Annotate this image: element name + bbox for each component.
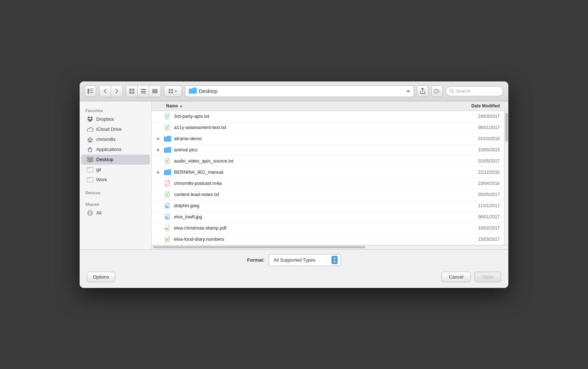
svg-rect-0 [88, 89, 89, 94]
file-date: 08/01/2017 [453, 125, 500, 130]
sidebar-item-work[interactable]: Work [81, 175, 150, 185]
folder-icon [164, 135, 171, 142]
table-row[interactable]: ▶ animal pics 10/05/2015 [152, 145, 504, 156]
svg-text:♪: ♪ [165, 183, 167, 186]
svg-rect-11 [152, 89, 154, 93]
svg-rect-13 [156, 89, 157, 93]
svg-rect-3 [90, 92, 93, 93]
desktop-icon [87, 156, 93, 163]
scrollbar-track[interactable] [504, 111, 508, 245]
share-button[interactable] [417, 85, 428, 97]
list-view-button[interactable] [138, 85, 149, 97]
image-icon [164, 213, 171, 221]
stepper-up-icon: ▲ [333, 257, 336, 260]
sidebar-all-label: All [96, 210, 101, 215]
file-name: elva-christmas-stamp.pdf [174, 225, 226, 231]
cancel-button[interactable]: Cancel [441, 272, 471, 282]
sidebar-desktop-label: Desktop [96, 157, 113, 162]
icon-view-button[interactable] [126, 85, 138, 97]
back-button[interactable] [99, 85, 111, 97]
table-row[interactable]: 3rd-party-apis.txt 24/03/2017 [152, 111, 504, 122]
file-date: 01/03/2016 [453, 136, 500, 141]
expand-arrow[interactable]: ▶ [156, 170, 161, 174]
table-row[interactable]: a11y-assessment-text.txt 08/01/2017 [152, 122, 504, 133]
table-row[interactable]: PDF elva-christmas-stamp.pdf 19/02/2017 [152, 223, 504, 234]
file-name: elva-food-diary.numbers [174, 236, 224, 242]
table-row[interactable]: ▶ aframe-demo 01/03/2016 [152, 133, 504, 145]
table-row[interactable]: audio_video_apis_source.txt 02/05/2017 [152, 156, 504, 167]
file-date: 06/01/2017 [453, 214, 500, 219]
location-stepper[interactable] [406, 89, 410, 93]
svg-point-61 [166, 216, 167, 217]
svg-rect-28 [89, 161, 91, 162]
view-buttons [126, 85, 161, 97]
search-bar[interactable]: Search [446, 86, 503, 96]
txt-icon [164, 113, 171, 120]
svg-rect-7 [132, 92, 134, 94]
location-label: Desktop [199, 88, 217, 94]
svg-rect-69 [165, 240, 167, 241]
file-name: content-lead-notes.txt [174, 192, 219, 197]
sidebar-item-icloud[interactable]: iCloud Drive [81, 124, 150, 134]
expand-arrow[interactable]: ▶ [156, 148, 161, 152]
file-name: animal pics [174, 147, 197, 152]
format-label: Format: [247, 257, 264, 263]
sidebar-item-dropbox[interactable]: Dropbox [81, 114, 150, 124]
svg-rect-27 [88, 158, 93, 160]
horizontal-scrollbar[interactable] [152, 245, 508, 249]
file-name: chrismills-podcast.m4a [174, 181, 222, 186]
file-date: 23/04/2016 [453, 181, 500, 186]
sidebar-chrismills-label: chrismills [96, 137, 115, 142]
folder-work-icon [87, 177, 93, 183]
svg-rect-6 [129, 92, 132, 94]
sidebar-item-all[interactable]: All [81, 208, 150, 218]
format-stepper[interactable]: ▲ ▼ [331, 256, 338, 264]
h-scrollbar-thumb[interactable] [153, 246, 365, 248]
table-row[interactable]: ▶ BERNINA_801_manual 22/12/2016 [152, 167, 504, 178]
table-row[interactable]: dolphin.jpeg 11/01/2017 [152, 200, 504, 212]
sidebar-dropbox-label: Dropbox [96, 116, 114, 122]
dropbox-icon [87, 116, 93, 123]
file-name: a11y-assessment-text.txt [174, 125, 226, 130]
scrollbar-thumb[interactable] [505, 113, 508, 142]
stepper-down-icon: ▼ [333, 260, 336, 263]
options-button[interactable]: Options [87, 272, 115, 282]
expand-arrow[interactable]: ▶ [156, 137, 161, 141]
gallery-view-button[interactable] [164, 85, 182, 97]
tag-button[interactable] [431, 85, 443, 97]
table-row[interactable]: elva_lowfi.jpg 06/01/2017 [152, 212, 504, 223]
table-row[interactable]: content-lead-notes.txt 05/05/2017 [152, 189, 504, 200]
svg-rect-16 [169, 92, 170, 93]
nav-buttons [99, 85, 123, 97]
column-view-button[interactable] [149, 85, 161, 97]
svg-rect-2 [90, 90, 93, 91]
svg-rect-67 [165, 239, 167, 240]
location-bar[interactable]: Desktop [185, 85, 414, 97]
table-row[interactable]: elva-food-diary.numbers 15/03/2017 [152, 234, 504, 245]
sidebar-toggle-button[interactable] [85, 85, 96, 97]
format-select[interactable]: All Supported Types ▲ ▼ [269, 254, 341, 266]
file-name: dolphin.jpeg [174, 203, 199, 208]
folder-icon [164, 169, 171, 176]
file-name: elva_lowfi.jpg [174, 214, 202, 219]
network-icon [87, 210, 93, 216]
file-date: 10/05/2015 [453, 147, 500, 152]
forward-button[interactable] [111, 85, 122, 97]
open-button[interactable]: Open [475, 272, 501, 282]
open-dialog: Desktop Search Favorites [80, 81, 508, 288]
file-name: aframe-demo [174, 136, 202, 141]
button-row: Options Cancel Open [87, 272, 501, 282]
pdf-icon: PDF [164, 224, 171, 232]
sidebar-item-git[interactable]: git [81, 165, 150, 175]
txt-icon [164, 124, 171, 131]
sidebar-applications-label: Applications [96, 147, 121, 152]
location-folder-icon [189, 88, 197, 95]
sidebar-item-desktop[interactable]: Desktop [81, 155, 150, 165]
table-row[interactable]: ♪ chrismills-podcast.m4a 23/04/2016 [152, 178, 504, 189]
svg-rect-19 [435, 90, 440, 92]
sidebar-item-applications[interactable]: Applications [81, 145, 150, 155]
file-list-header: Name ▲ Date Modified [152, 101, 508, 111]
image-icon [164, 202, 171, 209]
sidebar-item-chrismills[interactable]: chrismills [81, 134, 150, 145]
format-row: Format: All Supported Types ▲ ▼ [87, 254, 501, 266]
